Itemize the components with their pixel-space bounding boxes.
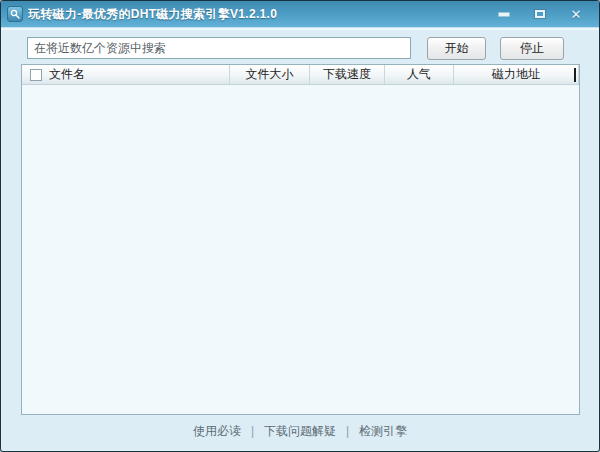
link-download-faq[interactable]: 下载问题解疑: [264, 423, 336, 440]
maximize-button[interactable]: [527, 5, 553, 23]
footer-links: 使用必读 | 下载问题解疑 | 检测引擎: [1, 422, 599, 440]
link-check-engine[interactable]: 检测引擎: [359, 423, 407, 440]
column-header-speed[interactable]: 下载速度: [310, 65, 385, 84]
column-header-popularity[interactable]: 人气: [385, 65, 454, 84]
app-window: 玩转磁力-最优秀的DHT磁力搜索引擎V1.2.1.0 ✕ 开始 停止 文件名 文…: [0, 0, 600, 452]
minimize-button[interactable]: [491, 5, 517, 23]
header-edge-mark: [574, 68, 576, 82]
results-empty-area[interactable]: [22, 85, 579, 414]
column-header-filesize[interactable]: 文件大小: [230, 65, 310, 84]
close-button[interactable]: ✕: [563, 5, 589, 23]
start-button[interactable]: 开始: [427, 37, 486, 60]
footer-separator: |: [346, 424, 349, 438]
window-title: 玩转磁力-最优秀的DHT磁力搜索引擎V1.2.1.0: [28, 6, 277, 23]
stop-button[interactable]: 停止: [500, 37, 564, 60]
select-all-checkbox[interactable]: [30, 69, 42, 81]
window-controls: ✕: [491, 5, 593, 23]
search-input[interactable]: [27, 37, 411, 59]
app-magnifier-icon: [7, 6, 23, 22]
link-usage-readme[interactable]: 使用必读: [193, 423, 241, 440]
column-header-filename-label: 文件名: [49, 66, 85, 83]
results-header-row: 文件名 文件大小 下载速度 人气 磁力地址: [22, 65, 579, 85]
column-header-filename[interactable]: 文件名: [22, 65, 230, 84]
footer-separator: |: [251, 424, 254, 438]
title-bar: 玩转磁力-最优秀的DHT磁力搜索引擎V1.2.1.0 ✕: [1, 1, 599, 28]
column-header-magnet[interactable]: 磁力地址: [454, 65, 579, 84]
results-listview: 文件名 文件大小 下载速度 人气 磁力地址: [21, 64, 580, 415]
